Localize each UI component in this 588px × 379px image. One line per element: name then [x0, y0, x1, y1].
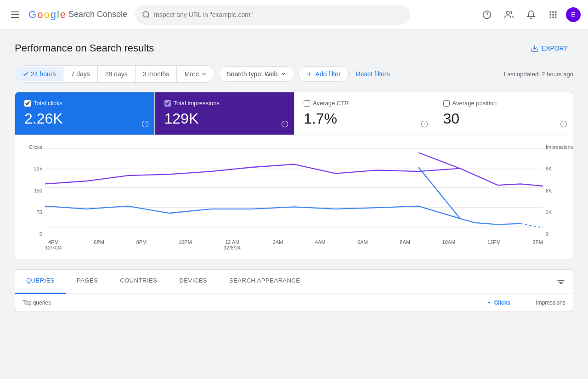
x-label-12pm: 12PM	[487, 239, 501, 250]
info-icon	[141, 120, 149, 128]
y-right-label-6k: 6K	[546, 188, 552, 193]
search-type-filter[interactable]: Search type: Web	[219, 66, 294, 82]
info-icon	[281, 120, 288, 128]
x-label-2am: 2AM	[273, 239, 283, 250]
tabs-container: QUERIES PAGES COUNTRIES DEVICES SEARCH A…	[15, 269, 573, 312]
clicks-spike	[418, 167, 460, 219]
metric-ctr-label: Average CTR	[304, 100, 424, 107]
chevron-down-icon	[280, 71, 287, 77]
logo-o2: o	[44, 9, 49, 21]
y-right-label-3k: 3K	[546, 209, 552, 215]
clicks-line	[45, 206, 520, 225]
svg-rect-9	[552, 14, 554, 15]
svg-rect-10	[555, 14, 556, 15]
metric-clicks[interactable]: Total clicks 2.26K	[15, 92, 155, 135]
notifications-button[interactable]	[522, 6, 540, 24]
bell-icon	[526, 10, 536, 19]
filter-28days[interactable]: 28 days	[98, 67, 135, 81]
y-axis-right-title: Impressions	[546, 144, 573, 150]
info-icon	[560, 120, 567, 128]
tab-pages[interactable]: PAGES	[66, 270, 109, 294]
position-info-icon[interactable]	[560, 120, 567, 129]
plus-icon	[306, 71, 312, 77]
tab-countries[interactable]: COUNTRIES	[109, 270, 168, 294]
position-checkbox[interactable]	[443, 100, 450, 107]
col-clicks-header[interactable]: Clicks	[455, 300, 510, 306]
x-label-2pm: 2PM	[532, 239, 543, 250]
url-search-input[interactable]	[154, 11, 403, 18]
info-icon	[421, 120, 428, 128]
tabs-row: QUERIES PAGES COUNTRIES DEVICES SEARCH A…	[15, 270, 573, 294]
metrics-row: Total clicks 2.26K Total impressions 129…	[15, 92, 573, 135]
users-button[interactable]	[500, 6, 518, 24]
x-label-4pm: 4PM 12/7/24	[45, 239, 62, 250]
page-header: Performance on Search results EXPORT	[15, 40, 573, 56]
svg-rect-7	[555, 11, 556, 12]
y-left-label-150: 150	[34, 188, 42, 193]
metric-ctr[interactable]: Average CTR 1.7%	[294, 92, 434, 135]
google-logo: Google Search Console	[28, 9, 127, 21]
svg-rect-5	[550, 11, 551, 12]
svg-point-4	[506, 11, 509, 14]
filter-7days[interactable]: 7 days	[63, 67, 97, 81]
svg-rect-8	[550, 14, 551, 15]
search-bar[interactable]	[135, 5, 410, 25]
reset-filters-button[interactable]: Reset filters	[352, 67, 394, 81]
last-updated-text: Last updated: 2 hours ago	[504, 71, 573, 78]
filter-24h[interactable]: 24 hours	[15, 67, 63, 81]
impressions-checkbox[interactable]	[164, 100, 171, 107]
metric-position[interactable]: Average position 30	[434, 92, 574, 135]
tab-queries[interactable]: QUERIES	[15, 270, 66, 294]
y-axis-left-title: Clicks	[29, 144, 42, 150]
impressions-info-icon[interactable]	[281, 120, 288, 129]
tab-devices[interactable]: DEVICES	[168, 270, 218, 294]
y-right-label-9k: 9K	[546, 166, 552, 171]
y-left-label-75: 75	[37, 209, 42, 215]
help-icon	[482, 10, 492, 19]
menu-button[interactable]	[7, 8, 23, 22]
ctr-checkbox[interactable]	[304, 100, 310, 107]
impressions-value: 129K	[164, 110, 285, 127]
svg-rect-13	[555, 17, 556, 18]
check-icon	[23, 71, 29, 77]
filters-bar: 24 hours 7 days 28 days 3 months More Se…	[15, 65, 573, 83]
svg-point-0	[143, 11, 148, 17]
search-icon	[142, 11, 150, 19]
product-name: Search Console	[68, 10, 127, 19]
filter-more[interactable]: More	[177, 67, 215, 81]
impressions-spike	[418, 153, 460, 169]
x-label-12am: 12 AM 12/8/24	[224, 239, 241, 250]
svg-rect-6	[552, 11, 554, 12]
ctr-value: 1.7%	[304, 110, 424, 127]
tab-search-appearance[interactable]: SEARCH APPEARANCE	[218, 270, 311, 294]
page-title: Performance on Search results	[15, 42, 154, 54]
clicks-checkbox[interactable]	[24, 100, 31, 107]
time-filter-group: 24 hours 7 days 28 days 3 months More	[15, 65, 215, 83]
y-right-label-0: 0	[546, 231, 548, 237]
clicks-info-icon[interactable]	[141, 120, 149, 129]
svg-rect-11	[550, 17, 551, 18]
download-icon	[531, 44, 539, 52]
filter-3months[interactable]: 3 months	[136, 67, 177, 81]
apps-button[interactable]	[544, 6, 562, 24]
clicks-value: 2.26K	[24, 110, 145, 127]
help-button[interactable]	[478, 6, 496, 24]
logo-o1: o	[37, 9, 43, 21]
add-filter-button[interactable]: Add filter	[298, 66, 348, 82]
svg-line-1	[148, 16, 149, 17]
metric-impressions[interactable]: Total impressions 129K	[155, 92, 295, 135]
logo-e: e	[60, 9, 66, 21]
avatar[interactable]: E	[566, 7, 581, 22]
svg-rect-12	[552, 17, 554, 18]
x-axis-labels: 4PM 12/7/24 6PM 8PM 10PM 12 AM 12/8/24 2…	[45, 239, 543, 250]
ctr-info-icon[interactable]	[421, 120, 428, 129]
export-button[interactable]: EXPORT	[525, 40, 573, 56]
filter-list-icon	[556, 277, 565, 286]
x-label-6am: 6AM	[357, 239, 368, 250]
x-label-6pm: 6PM	[94, 239, 104, 250]
apps-icon	[548, 10, 558, 19]
y-left-label-0: 0	[40, 231, 42, 237]
table-filter-button[interactable]	[549, 270, 573, 294]
chevron-down-icon	[201, 71, 207, 77]
header-right: E	[478, 6, 581, 24]
